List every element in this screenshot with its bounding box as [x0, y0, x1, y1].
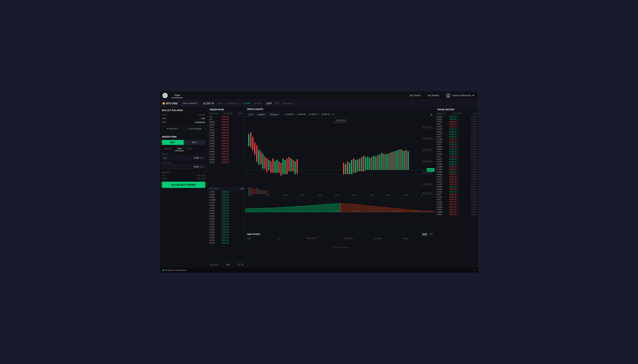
limit-price-input[interactable]	[164, 165, 199, 168]
order-book-bid-row[interactable]: 0.050010325.75-	[208, 234, 245, 236]
order-book-ask-row[interactable]: 0.132010337.35-	[208, 153, 245, 156]
svg-rect-96	[260, 190, 261, 194]
trade-time: 9:48:28	[464, 206, 477, 208]
bid-size: 25.3000	[209, 199, 222, 201]
order-book-bid-row[interactable]: 25.300010333.00-	[208, 199, 245, 201]
order-book-bid-row[interactable]: 1.032210326.50-	[208, 223, 245, 226]
order-book-aggregation: Aggregation 0.05 − +	[208, 262, 245, 267]
order-book-ask-row[interactable]: 1.00710344.00-	[208, 126, 245, 129]
advanced-toggle[interactable]: Advanced ▾	[162, 170, 205, 174]
order-book-bid-row[interactable]: 1.000010327.95-	[208, 218, 245, 220]
order-book-ask-row[interactable]: 1.000010340.65-	[208, 142, 245, 145]
ask-price: 10342.65	[222, 137, 234, 139]
oo-tab-open[interactable]: Open	[422, 232, 427, 236]
withdraw-btn[interactable]: ⊖ WITHDRAW	[184, 126, 206, 131]
oo-tab-fills[interactable]: Fills	[429, 232, 433, 236]
order-book-ask-row[interactable]: 0.100010342.85-	[208, 134, 245, 137]
select-market-btn[interactable]: Select Market ▾	[181, 102, 199, 105]
order-book-bid-row[interactable]: 0.616810326.30-	[208, 231, 245, 234]
order-book-ask-row[interactable]: 2.000010342.65-	[208, 137, 245, 140]
order-type-limit[interactable]: LIMIT	[175, 147, 184, 151]
bid-price: 10326.50	[222, 223, 234, 225]
order-book-bid-row[interactable]: 0.759910332.90-	[208, 201, 245, 204]
order-book-bid-row[interactable]: 0.001010328.15-	[208, 215, 245, 218]
bid-my-size: -	[234, 228, 244, 230]
app-logo[interactable]	[163, 93, 168, 98]
order-book-bid-row[interactable]: 0.002110324.50-	[208, 242, 245, 244]
order-book-bid-row[interactable]: 0.099910329.25-	[208, 210, 245, 212]
order-book-ask-row[interactable]: 1.437110340.00-	[208, 148, 245, 150]
price-chart-container: $10,425 $10,400 $10,375 $10,350 $10,325 …	[245, 117, 435, 231]
trade-size: 0.0027	[437, 158, 449, 160]
order-book-ask-row[interactable]: 0.299910344.35-	[208, 121, 245, 124]
trade-size: 0.3442	[437, 186, 449, 188]
svg-rect-60	[349, 163, 350, 174]
place-order-btn[interactable]: PLACE BUY ORDER	[162, 182, 205, 188]
gear-icon[interactable]: ⚙	[473, 269, 475, 272]
order-book-bid-row[interactable]: 4.404510335.05-	[208, 190, 245, 193]
overlay-select[interactable]: Overlay ▾	[268, 112, 280, 116]
order-book-ask-row[interactable]: 5.601010336.30-	[208, 161, 245, 164]
agg-decrease-btn[interactable]: −	[237, 263, 240, 266]
order-book-ask-row[interactable]: 0.759910340.35-	[208, 145, 245, 148]
trade-time: 9:49:42	[464, 138, 477, 140]
order-book-bid-row[interactable]: 0.002310326.40-	[208, 228, 245, 231]
trade-price: 10332.95 ↗	[449, 198, 464, 200]
order-book-ask-row[interactable]: 1.004710343.75-	[208, 129, 245, 132]
nav-right: My Orders My Wallets Satoshi Nakamoto ▾	[408, 92, 475, 99]
trade-history-row: 0.001610332.95 ↗9:48:24	[435, 208, 478, 211]
order-book-bid-row[interactable]: 6.000010325.25-	[208, 239, 245, 242]
my-orders-btn[interactable]: My Orders	[408, 93, 423, 98]
amount-input[interactable]	[168, 156, 199, 159]
order-book-ask-row[interactable]: 0.592210344.30-	[208, 124, 245, 126]
order-book-ask-row[interactable]: 0.0110344.40-	[208, 118, 245, 121]
order-book-bid-row[interactable]: 0.100010327.25-	[208, 220, 245, 223]
order-book-bid-row[interactable]: 1.290410329.35-	[208, 207, 245, 210]
trade-price: 10338.05 ↗	[449, 131, 464, 133]
buy-tab[interactable]: BUY	[162, 140, 184, 145]
order-book-bid-row[interactable]: 1.000010325.45-	[208, 236, 245, 239]
order-book-ask-row[interactable]: 0.600010341.80-	[208, 140, 245, 142]
trade-time: 9:48:53	[464, 191, 477, 193]
ask-price: 10344.35	[222, 121, 234, 123]
order-type-market[interactable]: MARKET	[162, 147, 174, 151]
my-wallets-btn[interactable]: My Wallets	[426, 93, 441, 98]
svg-rect-93	[254, 189, 255, 194]
ask-price: 10340.65	[222, 142, 234, 144]
deposit-btn[interactable]: ⊕ DEPOSIT	[162, 126, 183, 131]
trade-size: 0.005	[437, 136, 449, 138]
order-book-ask-row[interactable]: 3.1410344.45-	[208, 115, 245, 118]
amount-max-link[interactable]: Max	[164, 157, 167, 159]
order-book-asks: 3.1410344.45-0.0110344.40-0.299910344.35…	[208, 115, 245, 187]
svg-text:9:00: 9:00	[404, 194, 408, 196]
timeframe-select[interactable]: 5m ▾	[247, 112, 255, 116]
wallet-balance-title: Wallet Balance	[162, 109, 205, 112]
order-book-bid-row[interactable]: 3.026810329.00-	[208, 212, 245, 215]
trade-price: 10330.55 ↗	[449, 214, 464, 216]
agg-increase-btn[interactable]: +	[241, 263, 244, 266]
order-book-bid-row[interactable]: 2.500010334.95-	[208, 193, 245, 196]
order-type-stop[interactable]: STOP	[184, 147, 194, 151]
order-book-ask-row[interactable]: 3.000010339.25-	[208, 150, 245, 153]
trade-time: 9:49:20	[464, 153, 477, 155]
trade-price: 10331.00 ↗	[449, 204, 464, 206]
trade-history-row: 0.007610335.13 ↗9:49:48	[435, 126, 478, 128]
chart-nav-forward-btn[interactable]: ▶	[430, 113, 433, 116]
nav-tab-trade[interactable]: Trade	[171, 93, 183, 98]
ticker-pair: ₿ BTC-USD	[163, 102, 177, 105]
ask-my-size: -	[234, 156, 244, 158]
order-book-ask-row[interactable]: 2.000010342.90-	[208, 132, 245, 134]
order-book-bid-row[interactable]: 3.000010331.00-	[208, 204, 245, 207]
order-book-bid-row[interactable]: 0.003710326.45-	[208, 226, 245, 228]
order-book-bid-row[interactable]: 0.098410333.50-	[208, 196, 245, 199]
ask-my-size: -	[234, 132, 244, 134]
trade-price: 10335.13 ↗	[449, 126, 464, 128]
user-area[interactable]: Satoshi Nakamoto ▾	[444, 92, 475, 99]
sell-tab[interactable]: SELL	[184, 140, 206, 145]
order-form-section: Order Form BUY SELL MARKET LIMIT STOP Am…	[160, 134, 208, 190]
trade-time: 9:48:54	[464, 186, 477, 188]
trade-history-row: 0.00110338.42 ↗9:49:26	[435, 150, 478, 153]
order-book-ask-row[interactable]: 2.414010336.55-	[208, 156, 245, 158]
chart-type-select[interactable]: Candle ▾	[256, 112, 267, 116]
order-book-ask-row[interactable]: 0.068810336.35-	[208, 158, 245, 161]
